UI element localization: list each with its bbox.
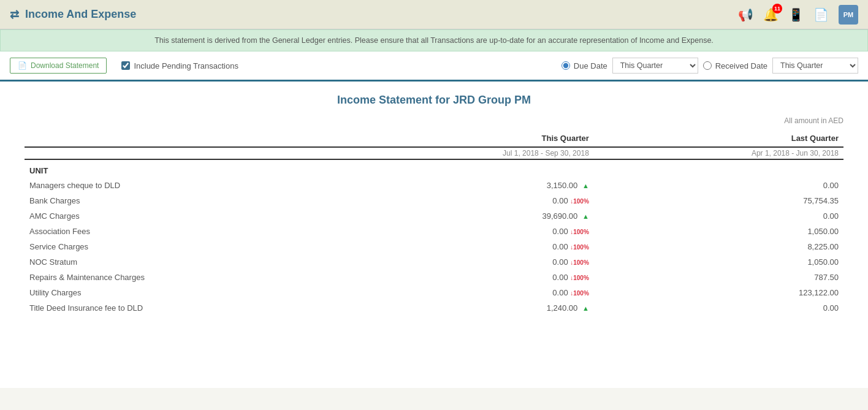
table-row: Bank Charges0.00 ↓100%75,754.35 xyxy=(25,193,843,208)
trend-down-icon: ↓100% xyxy=(570,275,589,281)
row-this-quarter: 3,150.00 ▲ xyxy=(346,178,594,193)
due-date-radio[interactable] xyxy=(562,61,570,70)
row-this-quarter: 0.00 ↓100% xyxy=(346,254,594,270)
include-pending-text: Include Pending Transactions xyxy=(134,61,238,70)
table-date-row: Jul 1, 2018 - Sep 30, 2018 Apr 1, 2018 -… xyxy=(25,147,843,159)
table-row: Association Fees0.00 ↓100%1,050.00 xyxy=(25,224,843,239)
notification-icon[interactable]: 🔔 11 xyxy=(763,7,779,22)
row-label: Association Fees xyxy=(25,224,346,239)
download-icon: 📄 xyxy=(18,61,27,70)
download-label: Download Statement xyxy=(31,61,99,70)
row-label: Repairs & Maintenance Charges xyxy=(25,270,346,285)
row-last-quarter: 8,225.00 xyxy=(594,239,843,254)
row-this-quarter: 0.00 ↓100% xyxy=(346,224,594,239)
row-last-quarter: 75,754.35 xyxy=(594,193,843,208)
row-label: Title Deed Insurance fee to DLD xyxy=(25,300,346,316)
filter-group: Due Date This Quarter Last Quarter This … xyxy=(562,58,858,74)
table-row: Service Charges0.00 ↓100%8,225.00 xyxy=(25,239,843,254)
trend-up-icon: ▲ xyxy=(582,305,589,312)
received-date-radio-label[interactable]: Received Date xyxy=(703,61,767,70)
row-label: NOC Stratum xyxy=(25,254,346,270)
trend-down-icon: ↓100% xyxy=(570,198,589,205)
download-statement-button[interactable]: 📄 Download Statement xyxy=(10,58,107,74)
app-header: ⇄ Income And Expense 📢 🔔 11 📱 📄 PM xyxy=(0,0,868,29)
app-title-area: ⇄ Income And Expense xyxy=(10,8,136,21)
date-last-quarter: Apr 1, 2018 - Jun 30, 2018 xyxy=(594,147,843,159)
row-last-quarter: 787.50 xyxy=(594,270,843,285)
row-last-quarter: 0.00 xyxy=(594,178,843,193)
due-date-label: Due Date xyxy=(574,61,607,70)
trend-up-icon: ▲ xyxy=(582,182,589,189)
table-section-header: UNIT xyxy=(25,159,843,178)
include-pending-label[interactable]: Include Pending Transactions xyxy=(121,61,238,70)
trend-down-icon: ↓100% xyxy=(570,290,589,297)
due-date-select[interactable]: This Quarter Last Quarter This Year Last… xyxy=(612,58,698,74)
trend-down-icon: ↓100% xyxy=(570,229,589,235)
table-row: Repairs & Maintenance Charges0.00 ↓100%7… xyxy=(25,270,843,285)
due-date-radio-label[interactable]: Due Date xyxy=(562,61,607,70)
user-avatar[interactable]: PM xyxy=(839,5,858,25)
table-row: AMC Charges39,690.00 ▲0.00 xyxy=(25,208,843,224)
table-row: Managers cheque to DLD3,150.00 ▲0.00 xyxy=(25,178,843,193)
trend-down-icon: ↓100% xyxy=(570,244,589,251)
mobile-icon[interactable]: 📱 xyxy=(788,7,804,22)
header-actions: 📢 🔔 11 📱 📄 PM xyxy=(738,5,858,25)
row-this-quarter: 1,240.00 ▲ xyxy=(346,300,594,316)
table-row: Title Deed Insurance fee to DLD1,240.00 … xyxy=(25,300,843,316)
document-icon[interactable]: 📄 xyxy=(813,7,829,22)
row-last-quarter: 0.00 xyxy=(594,300,843,316)
table-row: NOC Stratum0.00 ↓100%1,050.00 xyxy=(25,254,843,270)
row-this-quarter: 0.00 ↓100% xyxy=(346,270,594,285)
row-last-quarter: 1,050.00 xyxy=(594,254,843,270)
row-label: Utility Charges xyxy=(25,285,346,300)
statement-title: Income Statement for JRD Group PM xyxy=(25,94,843,107)
app-title: Income And Expense xyxy=(25,8,136,21)
row-this-quarter: 0.00 ↓100% xyxy=(346,193,594,208)
row-label: AMC Charges xyxy=(25,208,346,224)
received-date-label: Received Date xyxy=(715,61,767,70)
trend-down-icon: ↓100% xyxy=(570,259,589,266)
row-last-quarter: 1,050.00 xyxy=(594,224,843,239)
info-banner: This statement is derived from the Gener… xyxy=(0,29,868,51)
amount-note: All amount in AED xyxy=(25,116,843,125)
row-this-quarter: 39,690.00 ▲ xyxy=(346,208,594,224)
col-header-label xyxy=(25,130,346,147)
trend-up-icon: ▲ xyxy=(582,213,589,220)
table-row: Utility Charges0.00 ↓100%123,122.00 xyxy=(25,285,843,300)
col-header-this-quarter: This Quarter xyxy=(346,130,594,147)
main-content: Income Statement for JRD Group PM All am… xyxy=(0,82,868,388)
date-label-empty xyxy=(25,147,346,159)
row-label: Bank Charges xyxy=(25,193,346,208)
row-this-quarter: 0.00 ↓100% xyxy=(346,239,594,254)
row-this-quarter: 0.00 ↓100% xyxy=(346,285,594,300)
statement-table: This Quarter Last Quarter Jul 1, 2018 - … xyxy=(25,130,843,316)
row-label: Managers cheque to DLD xyxy=(25,178,346,193)
received-date-select[interactable]: This Quarter Last Quarter This Year Last… xyxy=(772,58,858,74)
col-header-last-quarter: Last Quarter xyxy=(594,130,843,147)
row-last-quarter: 123,122.00 xyxy=(594,285,843,300)
table-header-row: This Quarter Last Quarter xyxy=(25,130,843,147)
notification-badge: 11 xyxy=(772,4,782,13)
include-pending-checkbox[interactable] xyxy=(121,61,130,70)
megaphone-icon[interactable]: 📢 xyxy=(738,7,753,22)
app-icon: ⇄ xyxy=(10,8,19,21)
row-last-quarter: 0.00 xyxy=(594,208,843,224)
received-date-radio[interactable] xyxy=(703,61,712,70)
row-label: Service Charges xyxy=(25,239,346,254)
controls-bar: 📄 Download Statement Include Pending Tra… xyxy=(0,51,868,82)
info-banner-text: This statement is derived from the Gener… xyxy=(154,36,714,45)
date-this-quarter: Jul 1, 2018 - Sep 30, 2018 xyxy=(346,147,594,159)
